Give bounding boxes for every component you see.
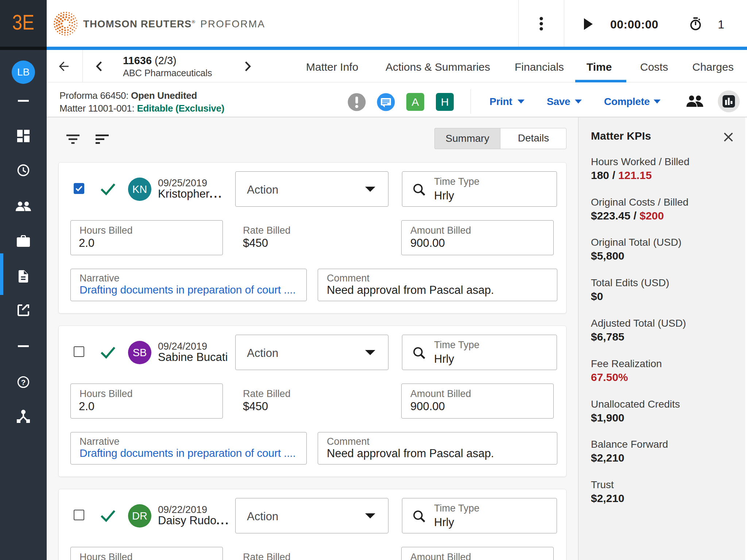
svg-text:?: ? [21,378,26,386]
